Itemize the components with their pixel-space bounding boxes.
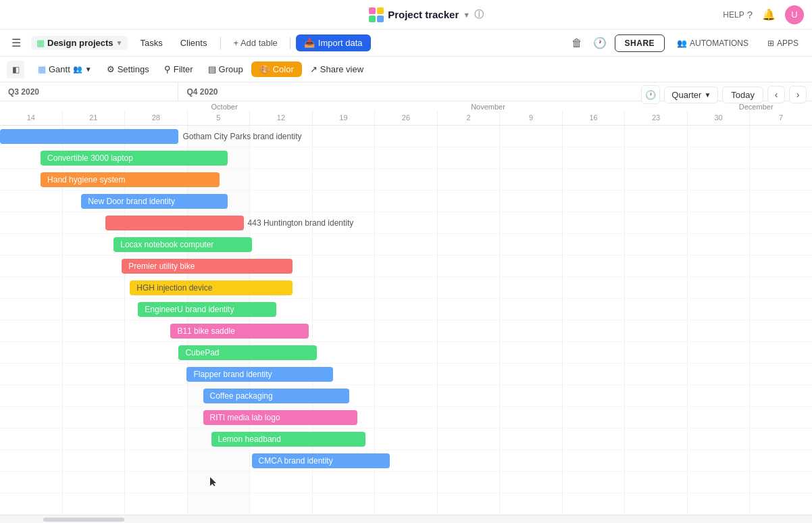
gantt-label: Gantt bbox=[49, 64, 70, 74]
bar-coffee-label: Coffee packaging bbox=[210, 391, 273, 401]
quarter-label: Quarter bbox=[671, 90, 701, 100]
date-7: 7 bbox=[750, 110, 812, 125]
bar-lemon[interactable]: Lemon headband bbox=[211, 432, 365, 447]
share-view-icon: ↗ bbox=[310, 64, 318, 74]
bar-b11[interactable]: B11 bike saddle bbox=[170, 324, 308, 339]
bar-cmca[interactable]: CMCA brand identity bbox=[252, 453, 390, 468]
user-avatar[interactable]: U bbox=[785, 5, 804, 24]
filter-icon: ⚲ bbox=[164, 64, 171, 74]
quarter-selector[interactable]: Quarter ▼ bbox=[664, 86, 718, 103]
import-icon: 📥 bbox=[304, 38, 315, 48]
import-label: Import data bbox=[318, 38, 363, 48]
date-28: 28 bbox=[125, 110, 188, 125]
gantt-row-443: 443 Huntington brand identity 443 Huntin… bbox=[0, 212, 812, 234]
bar-hgh-label: HGH injection device bbox=[136, 283, 212, 293]
gantt-view-button[interactable]: ▦ Gantt 👥 ▼ bbox=[31, 61, 99, 77]
bar-locax[interactable]: Locax notebook computer bbox=[113, 237, 251, 252]
topbar: Project tracker ▼ ⓘ HELP ? 🔔 U bbox=[0, 0, 812, 30]
horizontal-scrollbar[interactable] bbox=[0, 515, 812, 523]
gantt-row-lemon: Lemon headband bbox=[0, 428, 812, 450]
toolbar-separator-2 bbox=[290, 37, 290, 49]
bar-engineeru-label: EngineerU brand identity bbox=[145, 305, 234, 314]
trash-button[interactable]: 🗑 bbox=[569, 34, 585, 52]
settings-icon: ⚙ bbox=[107, 64, 115, 74]
help-icon: ? bbox=[747, 9, 753, 20]
date-9: 9 bbox=[500, 110, 563, 125]
group-button[interactable]: ▤ Group bbox=[201, 61, 250, 77]
bar-engineeru[interactable]: EngineerU brand identity bbox=[138, 302, 276, 317]
date-23: 23 bbox=[625, 110, 688, 125]
automations-button[interactable]: 👥 AUTOMATIONS bbox=[670, 35, 755, 51]
history-button[interactable]: 🕐 bbox=[590, 34, 609, 52]
bar-premier[interactable]: Premier utility bike bbox=[122, 259, 292, 274]
gantt-row-cmca: CMCA brand identity bbox=[0, 450, 812, 472]
view-toolbar: ◧ ▦ Gantt 👥 ▼ ⚙ Settings ⚲ Filter ▤ Grou… bbox=[0, 57, 812, 82]
bar-cubepad[interactable]: CubePad bbox=[178, 345, 316, 360]
group-label: Group bbox=[219, 64, 243, 74]
group-icon: ▤ bbox=[208, 64, 216, 74]
gantt-row-hgh: HGH injection device bbox=[0, 277, 812, 299]
help-button[interactable]: HELP ? bbox=[723, 9, 753, 20]
svg-rect-2 bbox=[369, 16, 376, 22]
bar-hand-hygiene[interactable]: Hand hygiene system bbox=[41, 172, 219, 187]
info-icon[interactable]: ⓘ bbox=[474, 9, 484, 21]
topbar-right: HELP ? 🔔 U bbox=[723, 5, 804, 24]
share-view-button[interactable]: ↗ Share view bbox=[303, 61, 370, 77]
automations-icon: 👥 bbox=[677, 39, 687, 48]
color-icon: 🎨 bbox=[259, 64, 270, 74]
gantt-row-cubepad: CubePad bbox=[0, 342, 812, 364]
menu-icon[interactable]: ☰ bbox=[7, 34, 26, 53]
bar-flapper[interactable]: Flapper brand identity bbox=[186, 367, 332, 382]
table-icon: ▦ bbox=[36, 38, 45, 48]
today-button[interactable]: Today bbox=[722, 86, 763, 103]
date-12: 12 bbox=[250, 110, 313, 125]
bar-coffee[interactable]: Coffee packaging bbox=[203, 389, 349, 403]
import-button[interactable]: 📥 Import data bbox=[296, 34, 371, 51]
bar-cubepad-label: CubePad bbox=[185, 348, 219, 357]
gantt-row-locax: Locax notebook computer bbox=[0, 234, 812, 255]
apps-label: APPS bbox=[777, 39, 798, 48]
tasks-tab[interactable]: Tasks bbox=[132, 35, 170, 51]
sidebar-toggle-button[interactable]: ◧ bbox=[7, 61, 24, 78]
bar-convertible[interactable]: Convertible 3000 laptop bbox=[41, 151, 227, 166]
svg-rect-0 bbox=[369, 7, 376, 14]
gantt-row-riti: RITI media lab logo bbox=[0, 407, 812, 428]
bar-riti[interactable]: RITI media lab logo bbox=[203, 410, 357, 425]
toolbar-right-actions: 🗑 🕐 SHARE 👥 AUTOMATIONS ⊞ APPS bbox=[569, 34, 805, 52]
title-dropdown-icon[interactable]: ▼ bbox=[463, 11, 470, 19]
bar-gotham[interactable]: Gotham City Parks brand identity bbox=[0, 129, 178, 144]
bar-hgh[interactable]: HGH injection device bbox=[130, 280, 292, 295]
bar-new-door-label: New Door brand identity bbox=[88, 197, 175, 206]
dates-row: 14 21 28 5 12 19 26 2 9 16 23 30 7 bbox=[0, 110, 812, 125]
gantt-row-engineeru: EngineerU brand identity bbox=[0, 299, 812, 320]
color-label: Color bbox=[273, 64, 294, 74]
date-5: 5 bbox=[188, 110, 251, 125]
prev-button[interactable]: ‹ bbox=[767, 86, 785, 103]
bar-premier-label: Premier utility bike bbox=[128, 262, 195, 271]
gantt-icon: ▦ bbox=[38, 64, 46, 74]
svg-rect-3 bbox=[377, 16, 384, 22]
filter-button[interactable]: ⚲ Filter bbox=[157, 61, 200, 77]
bar-new-door[interactable]: New Door brand identity bbox=[81, 194, 227, 209]
apps-icon: ⊞ bbox=[767, 39, 774, 48]
gantt-row-flapper: Flapper brand identity bbox=[0, 364, 812, 385]
color-button[interactable]: 🎨 Color bbox=[251, 61, 302, 77]
scrollbar-thumb[interactable] bbox=[43, 518, 124, 522]
clients-tab[interactable]: Clients bbox=[172, 35, 215, 51]
table-dropdown-icon: ▼ bbox=[116, 39, 123, 47]
share-button[interactable]: SHARE bbox=[615, 34, 665, 52]
add-table-button[interactable]: + Add table bbox=[226, 35, 284, 51]
bar-cmca-label: CMCA brand identity bbox=[259, 456, 333, 466]
timeline-clock-button[interactable]: 🕐 bbox=[641, 85, 660, 104]
next-button[interactable]: › bbox=[789, 86, 807, 103]
apps-button[interactable]: ⊞ APPS bbox=[761, 35, 805, 51]
settings-button[interactable]: ⚙ Settings bbox=[100, 61, 156, 77]
table-name-area[interactable]: ▦ Design projects ▼ bbox=[31, 36, 128, 50]
empty-row-2 bbox=[0, 493, 812, 515]
bar-443-text2: 443 Huntington brand identity bbox=[248, 218, 354, 228]
bell-icon[interactable]: 🔔 bbox=[762, 8, 776, 21]
date-21: 21 bbox=[63, 110, 126, 125]
table-name: Design projects bbox=[47, 38, 113, 48]
date-14: 14 bbox=[0, 110, 63, 125]
bar-443-visual[interactable] bbox=[105, 216, 243, 230]
